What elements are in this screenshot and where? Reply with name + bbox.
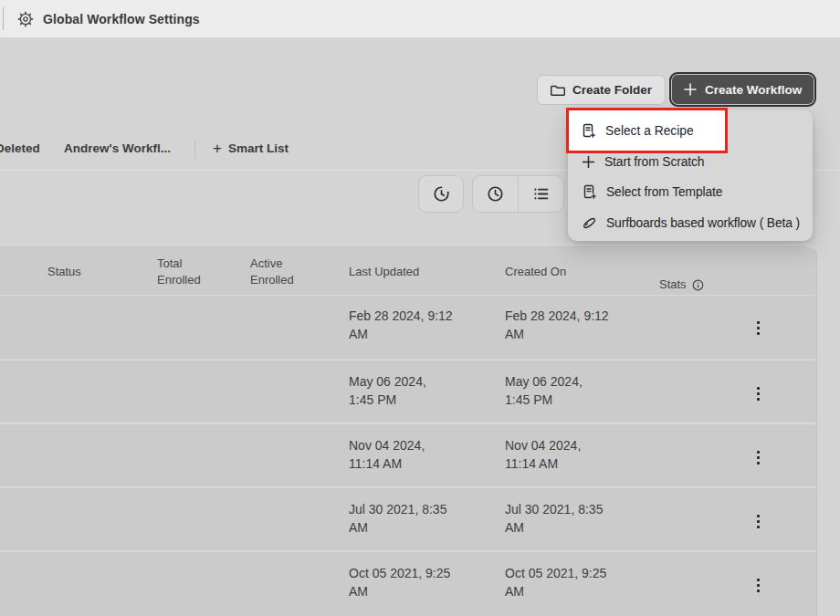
menu-item-surfboards-workflow[interactable]: Surfboards based workflow ( Beta ) bbox=[568, 208, 813, 238]
row-menu-button[interactable] bbox=[755, 319, 761, 337]
menu-item-select-a-recipe[interactable]: Select a Recipe bbox=[566, 108, 728, 153]
clock-icon bbox=[486, 184, 505, 204]
row-menu-button[interactable] bbox=[755, 513, 761, 530]
created-on-cell: May 06 2024, 1:45 PM bbox=[505, 373, 633, 409]
create-workflow-label: Create Workflow bbox=[705, 83, 802, 97]
time-view-button[interactable] bbox=[473, 176, 518, 212]
last-updated-cell: Jul 30 2021, 8:35 AM bbox=[349, 501, 477, 537]
create-workflow-button[interactable]: Create Workflow bbox=[669, 72, 816, 107]
file-plus-icon bbox=[581, 123, 596, 139]
table-row: Jul 30 2021, 8:35 AM Jul 30 2021, 8:35 A… bbox=[0, 486, 816, 550]
created-on-cell: Jul 30 2021, 8:35 AM bbox=[505, 501, 633, 537]
header-total-enrolled: Total Enrolled bbox=[157, 256, 201, 287]
file-plus-icon bbox=[582, 184, 597, 200]
create-folder-button[interactable]: Create Folder bbox=[537, 75, 666, 105]
folder-icon bbox=[551, 83, 565, 97]
menu-item-select-from-template[interactable]: Select from Template bbox=[568, 177, 813, 207]
table-row: May 06 2024, 1:45 PM May 06 2024, 1:45 P… bbox=[0, 359, 816, 423]
surfboard-icon bbox=[582, 215, 597, 231]
plus-icon bbox=[684, 83, 697, 96]
table-row: Nov 04 2024, 11:14 AM Nov 04 2024, 11:14… bbox=[0, 423, 816, 486]
view-toggle-group bbox=[472, 175, 564, 213]
last-updated-cell: Feb 28 2024, 9:12 AM bbox=[349, 308, 477, 343]
header-created-on: Created On bbox=[505, 264, 566, 280]
table-row: Oct 05 2021, 9:25 AM Oct 05 2021, 9:25 A… bbox=[0, 550, 816, 614]
page-title: Global Workflow Settings bbox=[43, 12, 200, 26]
list-view-button[interactable] bbox=[518, 176, 563, 212]
stats-label: Stats bbox=[659, 277, 687, 293]
row-menu-button[interactable] bbox=[755, 449, 761, 466]
workflow-table: Status Total Enrolled Active Enrolled La… bbox=[0, 245, 817, 616]
last-updated-cell: Nov 04 2024, 11:14 AM bbox=[349, 437, 477, 473]
created-on-cell: Feb 28 2024, 9:12 AM bbox=[505, 308, 633, 343]
created-on-cell: Nov 04 2024, 11:14 AM bbox=[505, 437, 633, 473]
header-last-updated: Last Updated bbox=[349, 264, 419, 280]
clock-rotate-icon bbox=[432, 184, 451, 204]
plus-icon: + bbox=[213, 142, 222, 155]
tab-deleted[interactable]: Deleted bbox=[0, 141, 40, 155]
run-history-button[interactable] bbox=[418, 175, 464, 213]
table-row: Feb 28 2024, 9:12 AM Feb 28 2024, 9:12 A… bbox=[0, 295, 816, 359]
list-icon bbox=[531, 184, 551, 204]
created-on-cell: Oct 05 2021, 9:25 AM bbox=[505, 565, 633, 600]
menu-item-label: Select a Recipe bbox=[605, 124, 694, 138]
gear-icon bbox=[17, 11, 34, 27]
tab-smart-list[interactable]: + Smart List bbox=[213, 141, 289, 155]
tab-andrews-workflow[interactable]: Andrew's Workfl... bbox=[64, 141, 171, 155]
last-updated-cell: May 06 2024, 1:45 PM bbox=[349, 373, 477, 409]
row-menu-button[interactable] bbox=[755, 385, 761, 402]
menu-item-label: Start from Scratch bbox=[604, 155, 704, 169]
window-edge-divider bbox=[3, 7, 4, 30]
tab-divider bbox=[194, 141, 195, 159]
menu-item-label: Select from Template bbox=[606, 185, 722, 199]
menu-item-label: Surfboards based workflow ( Beta ) bbox=[606, 216, 800, 230]
top-bar: Global Workflow Settings bbox=[0, 0, 840, 38]
create-folder-label: Create Folder bbox=[572, 83, 652, 97]
last-updated-cell: Oct 05 2021, 9:25 AM bbox=[349, 565, 477, 600]
header-active-enrolled: Active Enrolled bbox=[250, 256, 294, 287]
plus-icon bbox=[582, 155, 595, 169]
header-status: Status bbox=[47, 264, 81, 280]
smart-list-label: Smart List bbox=[228, 141, 289, 155]
row-menu-button[interactable] bbox=[755, 577, 761, 594]
